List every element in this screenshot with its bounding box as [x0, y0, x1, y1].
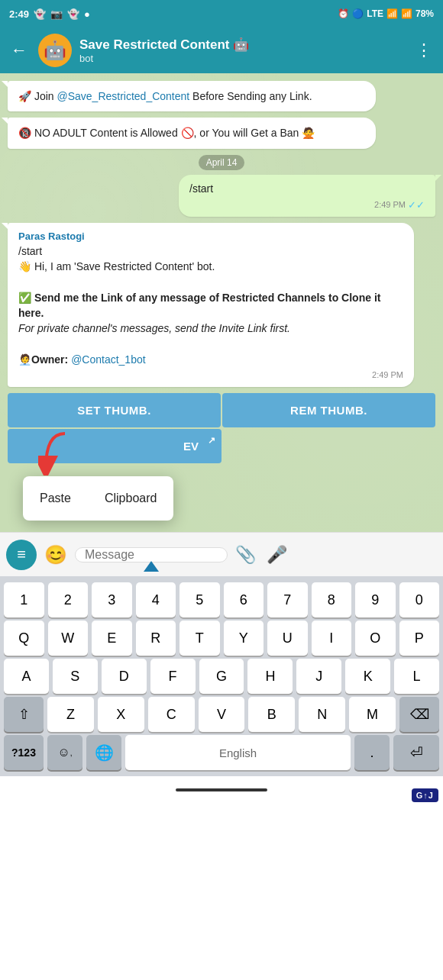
snapchat-icon: 👻: [34, 8, 46, 20]
more-button[interactable]: ⋮: [412, 37, 435, 63]
num-key[interactable]: ?123: [4, 735, 44, 770]
external-icon: ↗: [208, 435, 215, 446]
key-9[interactable]: 9: [355, 582, 396, 617]
key-row-bottom: ?123 ☺, 🌐 English . ⏎: [4, 735, 439, 770]
key-k[interactable]: K: [345, 659, 390, 694]
lte-icon: LTE: [367, 8, 383, 19]
globe-key[interactable]: 🌐: [86, 735, 121, 770]
chat-header: ← 🤖 Save Restricted Content 🤖 bot ⋮: [0, 27, 443, 73]
message-bubble-2: 🔞 NO ADULT Content is Allowed 🚫, or You …: [8, 118, 376, 148]
hamburger-icon: ≡: [17, 546, 26, 563]
key-f[interactable]: F: [150, 659, 196, 694]
chat-title: Save Restricted Content 🤖: [79, 37, 405, 53]
chat-area: 🚀 Join @Save_Restricted_Content Before S…: [0, 73, 443, 532]
status-bar: 2:49 👻 📷 👻 ● ⏰ 🔵 LTE 📶 📶 78%: [0, 0, 443, 27]
key-row-numbers: 1 2 3 4 5 6 7 8 9 0: [4, 582, 439, 617]
owner-link[interactable]: @Contact_1bot: [71, 353, 146, 366]
message-bubble-out: /start 2:49 PM ✓✓: [179, 175, 435, 217]
key-i[interactable]: I: [312, 621, 352, 656]
nav-bar-indicator: [176, 788, 267, 791]
red-arrow-icon: [38, 430, 76, 475]
key-z[interactable]: Z: [47, 697, 94, 732]
emoji-key[interactable]: ☺,: [47, 735, 82, 770]
mic-button[interactable]: 🎤: [264, 542, 290, 568]
message-input[interactable]: [75, 547, 228, 563]
clipboard-option[interactable]: Clipboard: [88, 484, 173, 513]
watermark: G↑J: [412, 788, 438, 802]
rem-thumb-button[interactable]: REM THUMB.: [222, 393, 435, 427]
key-x[interactable]: X: [98, 697, 144, 732]
keyboard: 1 2 3 4 5 6 7 8 9 0 Q W E R T Y U I O P …: [0, 576, 443, 776]
instagram-icon: 📷: [50, 8, 63, 20]
message-bar: ≡ 😊 📎 🎤: [0, 532, 443, 576]
cursor-indicator: [144, 561, 159, 572]
header-info: Save Restricted Content 🤖 bot: [79, 37, 405, 64]
key-v[interactable]: V: [199, 697, 245, 732]
key-c[interactable]: C: [148, 697, 195, 732]
bot-message-bubble: Paras Rastogi /start 👋 Hi, I am 'Save Re…: [8, 223, 414, 387]
key-n[interactable]: N: [299, 697, 345, 732]
key-e[interactable]: E: [92, 621, 132, 656]
key-row-asdf: A S D F G H J K L: [4, 659, 439, 694]
message-text-1: 🚀 Join @Save_Restricted_Content Before S…: [18, 89, 365, 104]
key-7[interactable]: 7: [267, 582, 308, 617]
bot-buttons-row1[interactable]: SET THUMB. REM THUMB.: [8, 393, 435, 427]
enter-key[interactable]: ⏎: [393, 735, 439, 770]
key-3[interactable]: 3: [92, 582, 132, 617]
key-2[interactable]: 2: [48, 582, 89, 617]
period-key[interactable]: .: [354, 735, 390, 770]
key-u[interactable]: U: [267, 621, 308, 656]
back-button[interactable]: ←: [8, 37, 31, 63]
key-1[interactable]: 1: [4, 582, 44, 617]
bot-msg-text: /start 👋 Hi, I am 'Save Restricted Conte…: [18, 243, 403, 367]
bluetooth-icon: 🔵: [352, 8, 364, 19]
key-w[interactable]: W: [48, 621, 89, 656]
status-time: 2:49: [9, 8, 29, 20]
key-t[interactable]: T: [179, 621, 220, 656]
key-m[interactable]: M: [349, 697, 396, 732]
attach-button[interactable]: 📎: [232, 542, 259, 568]
battery-icon: 78%: [416, 8, 434, 19]
key-h[interactable]: H: [247, 659, 293, 694]
menu-button[interactable]: ≡: [6, 540, 37, 570]
key-d[interactable]: D: [102, 659, 147, 694]
key-0[interactable]: 0: [399, 582, 440, 617]
key-q[interactable]: Q: [4, 621, 44, 656]
alarm-icon: ⏰: [338, 8, 349, 19]
key-l[interactable]: L: [394, 659, 439, 694]
key-r[interactable]: R: [136, 621, 176, 656]
key-o[interactable]: O: [355, 621, 396, 656]
bot-msg-time: 2:49 PM: [18, 370, 403, 379]
key-g[interactable]: G: [199, 659, 244, 694]
key-y[interactable]: Y: [224, 621, 264, 656]
status-bar-right: ⏰ 🔵 LTE 📶 📶 78%: [338, 8, 434, 19]
message-time-out: 2:49 PM ✓✓: [189, 199, 425, 211]
wifi-icon: 📶: [386, 8, 398, 19]
set-thumb-button[interactable]: SET THUMB.: [8, 393, 221, 427]
key-8[interactable]: 8: [312, 582, 352, 617]
key-row-zxcv: ⇧ Z X C V B N M ⌫: [4, 697, 439, 732]
key-4[interactable]: 4: [136, 582, 176, 617]
snapchat2-icon: 👻: [67, 8, 79, 20]
emoji-button[interactable]: 😊: [41, 541, 70, 569]
signal-icon: 📶: [401, 8, 412, 19]
sender-name: Paras Rastogi: [18, 230, 403, 242]
delete-key[interactable]: ⌫: [399, 697, 439, 732]
dot-icon: ●: [84, 8, 90, 20]
key-a[interactable]: A: [4, 659, 49, 694]
shift-key[interactable]: ⇧: [4, 697, 44, 732]
message-text-out: /start: [189, 181, 425, 196]
arrow-indicator: [38, 430, 76, 479]
space-key[interactable]: English: [125, 735, 351, 770]
key-5[interactable]: 5: [179, 582, 220, 617]
key-p[interactable]: P: [399, 621, 440, 656]
key-j[interactable]: J: [296, 659, 341, 694]
key-row-qwerty: Q W E R T Y U I O P: [4, 621, 439, 656]
key-b[interactable]: B: [248, 697, 295, 732]
paste-option[interactable]: Paste: [23, 484, 88, 513]
key-6[interactable]: 6: [224, 582, 264, 617]
key-s[interactable]: S: [53, 659, 98, 694]
channel-link[interactable]: @Save_Restricted_Content: [57, 90, 189, 102]
message-bubble-1: 🚀 Join @Save_Restricted_Content Before S…: [8, 81, 376, 111]
nav-bar: G↑J: [0, 776, 443, 804]
